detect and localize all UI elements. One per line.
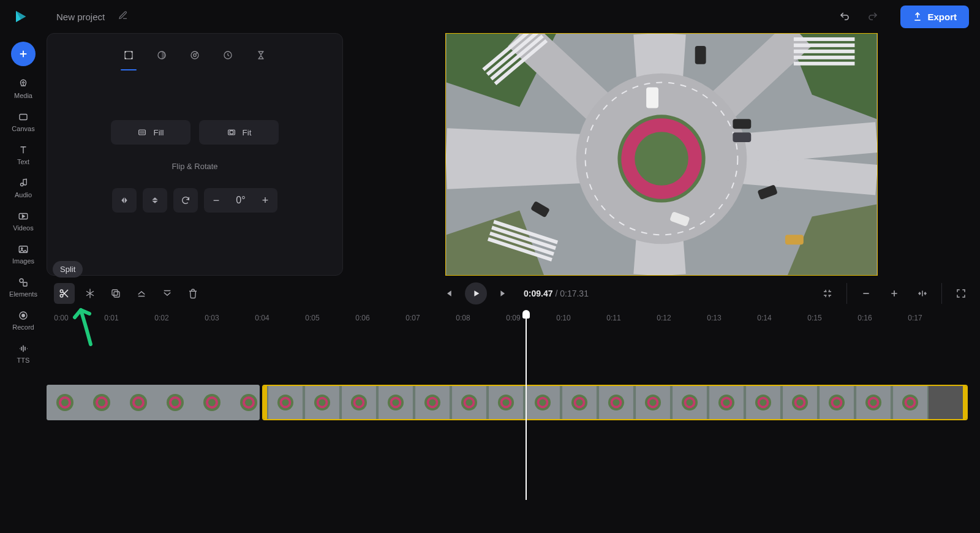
sidebar-item-media[interactable]: Media <box>14 78 32 99</box>
svg-rect-33 <box>794 50 854 53</box>
timeline-tracks[interactable] <box>54 385 968 420</box>
svg-point-15 <box>194 54 197 57</box>
ruler-tick: 0:05 <box>305 314 319 322</box>
flip-horizontal-button[interactable] <box>112 188 137 213</box>
rotate-button[interactable] <box>173 188 198 213</box>
ruler-tick: 0:08 <box>456 314 470 322</box>
svg-point-7 <box>22 314 25 317</box>
ruler-tick: 0:07 <box>405 314 420 322</box>
rotation-stepper[interactable]: − 0° + <box>204 188 277 213</box>
undo-button[interactable] <box>835 7 854 26</box>
timeline-toolbar: Split <box>47 276 980 311</box>
sidebar-item-tts[interactable]: TTS <box>17 343 30 364</box>
rename-icon[interactable] <box>118 10 128 23</box>
svg-point-143 <box>833 399 840 406</box>
svg-rect-54 <box>114 292 119 297</box>
sidebar-item-text[interactable]: Text <box>17 145 29 165</box>
rotation-increase[interactable]: + <box>259 194 271 207</box>
snap-toggle[interactable] <box>817 283 838 304</box>
next-frame-button[interactable] <box>493 283 514 304</box>
svg-rect-5 <box>23 282 27 286</box>
prev-frame-button[interactable] <box>438 283 459 304</box>
svg-point-67 <box>135 399 142 406</box>
rotation-decrease[interactable]: − <box>210 194 222 207</box>
svg-rect-46 <box>733 119 751 129</box>
sidebar-item-label: Canvas <box>12 125 34 132</box>
sidebar-item-elements[interactable]: Elements <box>9 277 37 298</box>
timeline[interactable]: 0:00 0:01 0:02 0:03 0:04 0:05 0:06 0:07 … <box>47 311 980 495</box>
sidebar-item-label: TTS <box>17 357 30 364</box>
timeline-ruler[interactable]: 0:00 0:01 0:02 0:03 0:04 0:05 0:06 0:07 … <box>54 311 968 327</box>
left-rail: Media Canvas Text Audio Videos Images El… <box>0 33 47 533</box>
ruler-tick: 0:02 <box>154 314 168 322</box>
svg-point-59 <box>61 399 69 406</box>
app-logo[interactable] <box>11 7 29 26</box>
ruler-tick: 0:12 <box>657 314 671 322</box>
play-button[interactable] <box>465 282 487 304</box>
svg-rect-0 <box>20 115 27 120</box>
split-button[interactable] <box>54 283 75 304</box>
svg-rect-55 <box>112 290 118 295</box>
sidebar-item-videos[interactable]: Videos <box>13 211 33 232</box>
playhead[interactable] <box>526 314 527 500</box>
flip-vertical-button[interactable] <box>143 188 167 213</box>
zoom-out-button[interactable] <box>856 283 876 304</box>
svg-rect-47 <box>733 132 751 142</box>
tab-speed[interactable] <box>221 47 235 70</box>
sidebar-item-audio[interactable]: Audio <box>15 178 32 198</box>
layer-up-button[interactable] <box>131 283 152 304</box>
topbar: New project Export <box>0 0 980 33</box>
sidebar-item-canvas[interactable]: Canvas <box>12 112 34 132</box>
svg-point-99 <box>429 399 435 406</box>
preview-image <box>446 34 877 275</box>
svg-point-4 <box>20 279 23 282</box>
svg-rect-31 <box>794 37 854 41</box>
svg-point-79 <box>245 399 252 406</box>
freeze-frame-button[interactable] <box>80 283 100 304</box>
duplicate-button[interactable] <box>105 283 126 304</box>
sidebar-item-record[interactable]: Record <box>12 310 34 331</box>
flip-rotate-heading: Flip & Rotate <box>172 162 217 171</box>
fullscreen-button[interactable] <box>951 283 971 304</box>
svg-point-87 <box>318 399 325 406</box>
export-button[interactable]: Export <box>900 6 969 28</box>
sidebar-item-label: Elements <box>9 290 37 298</box>
ruler-tick: 0:10 <box>556 314 570 322</box>
sidebar-item-label: Videos <box>13 224 33 232</box>
clip-handle-right[interactable] <box>963 386 967 419</box>
ruler-tick: 0:03 <box>205 314 219 322</box>
svg-point-71 <box>172 399 179 406</box>
tab-color[interactable] <box>155 47 168 70</box>
svg-point-103 <box>466 399 472 406</box>
fit-button[interactable]: Fit <box>199 120 279 145</box>
video-preview[interactable] <box>445 33 878 276</box>
zoom-fit-button[interactable] <box>912 283 933 304</box>
fill-button[interactable]: Fill <box>111 120 190 145</box>
layer-down-button[interactable] <box>157 283 178 304</box>
sidebar-item-label: Record <box>12 323 34 331</box>
svg-point-107 <box>502 399 509 406</box>
sidebar-item-images[interactable]: Images <box>12 244 34 265</box>
ruler-tick: 0:16 <box>858 314 872 322</box>
ruler-tick: 0:06 <box>355 314 369 322</box>
add-button[interactable] <box>11 42 36 66</box>
timeline-clip-2[interactable] <box>262 385 968 420</box>
tab-transform[interactable] <box>122 47 135 70</box>
sidebar-item-label: Audio <box>15 191 32 198</box>
svg-point-75 <box>208 399 216 406</box>
timeline-clip-1[interactable] <box>47 385 260 420</box>
svg-point-111 <box>539 399 546 406</box>
tab-duration[interactable] <box>254 47 268 70</box>
delete-button[interactable] <box>183 283 203 304</box>
split-tooltip: Split <box>53 261 83 278</box>
zoom-in-button[interactable] <box>884 283 905 304</box>
svg-point-83 <box>282 399 288 406</box>
ruler-tick: 0:17 <box>908 314 922 322</box>
tab-filters[interactable] <box>188 47 202 70</box>
sidebar-item-label: Text <box>17 158 29 165</box>
ruler-tick: 0:15 <box>807 314 821 322</box>
project-name[interactable]: New project <box>56 12 105 22</box>
svg-rect-32 <box>794 43 854 47</box>
svg-point-151 <box>907 399 913 406</box>
svg-point-139 <box>796 399 803 406</box>
